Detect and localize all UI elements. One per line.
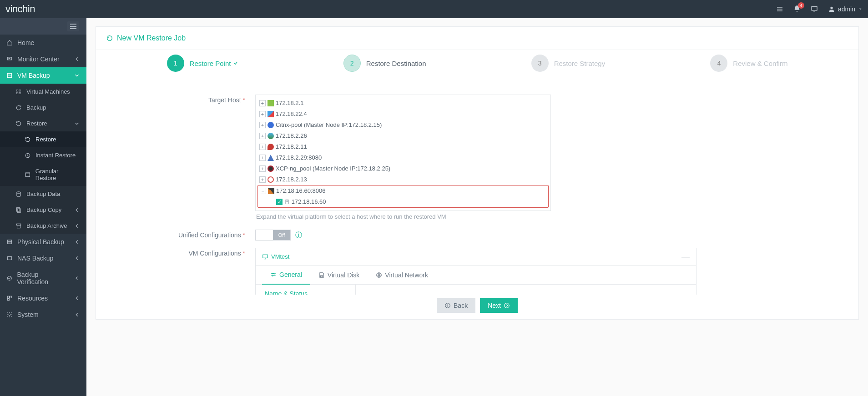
notification-bell[interactable]: 4 (793, 5, 801, 14)
svg-rect-20 (7, 240, 11, 242)
info-icon[interactable]: ⓘ (295, 231, 302, 240)
unified-switch[interactable]: Off (255, 230, 291, 241)
vm-left-nav: Name & Status CPU (256, 285, 356, 295)
tree-node[interactable]: +172.18.2.26 (257, 130, 549, 141)
wizard-card: New VM Restore Job 1 Restore Point 2 Res… (96, 26, 859, 320)
unified-label: Unified Configurations * (110, 230, 255, 241)
sidebar-item-backup-data[interactable]: Backup Data (0, 186, 86, 202)
svg-rect-32 (320, 276, 323, 277)
sidebar-item-vm-backup[interactable]: VM VM Backup (0, 67, 86, 84)
svg-rect-12 (19, 92, 21, 94)
vm-left-name-status[interactable]: Name & Status (256, 285, 355, 295)
checkbox-checked-icon[interactable]: ✓ (276, 199, 283, 205)
tree-node[interactable]: −172.18.16.60:8006 (258, 185, 548, 196)
wizard-footer: Back Next (96, 298, 858, 313)
sidebar-item-home[interactable]: Home (0, 35, 86, 51)
sidebar-item-system[interactable]: System (0, 306, 86, 323)
save-icon (318, 272, 325, 278)
monitor-icon[interactable] (811, 5, 818, 13)
svg-point-35 (505, 303, 510, 308)
svg-rect-19 (17, 225, 20, 228)
sidebar-item-backup[interactable]: Backup (0, 100, 86, 115)
row-vm-conf: VM Configurations * VMtest — (110, 248, 845, 295)
step-2[interactable]: 2 Restore Destination (343, 55, 426, 72)
notif-count: 4 (798, 2, 804, 9)
page-title: New VM Restore Job (96, 27, 858, 50)
vm-conf-label: VM Configurations * (110, 248, 255, 257)
chevron-left-icon (74, 207, 80, 213)
step-4[interactable]: 4 Review & Confirm (710, 55, 787, 72)
target-host-label: Target Host * (110, 95, 255, 222)
sidebar-item-backup-archive[interactable]: Backup Archive (0, 218, 86, 234)
sidebar-item-physical[interactable]: Physical Backup (0, 234, 86, 250)
step-3[interactable]: 3 Restore Strategy (531, 55, 606, 72)
gear-icon (6, 311, 13, 318)
tab-virtual-disk[interactable]: Virtual Disk (310, 266, 368, 284)
wizard-steps: 1 Restore Point 2 Restore Destination 3 … (96, 50, 858, 85)
sidebar-item-backup-copy[interactable]: Backup Copy (0, 202, 86, 218)
svg-point-31 (272, 275, 273, 276)
tree-node[interactable]: +172.18.22.4 (257, 109, 549, 120)
collapse-icon[interactable]: — (681, 252, 690, 261)
card-body: Target Host * +172.18.2.1 +172.18.22.4 +… (96, 85, 858, 295)
svg-point-23 (7, 276, 11, 280)
row-target-host: Target Host * +172.18.2.1 +172.18.22.4 +… (110, 95, 845, 222)
server-icon (6, 239, 13, 245)
tree-node[interactable]: +172.18.2.29:8080 (257, 152, 549, 163)
svg-point-5 (830, 7, 833, 9)
vm-panel: VMtest — General Virtual Disk (255, 248, 696, 295)
vm-icon: VM (6, 72, 13, 79)
grid-icon (15, 89, 22, 95)
home-icon (6, 40, 13, 46)
sidebar-item-monitor[interactable]: Monitor Center (0, 51, 86, 67)
sidebar-item-nas[interactable]: NAS Backup (0, 250, 86, 266)
tab-general[interactable]: General (262, 266, 310, 285)
svg-rect-9 (16, 90, 18, 91)
user-menu[interactable]: admin (828, 5, 863, 13)
sidebar-item-virtual-machines[interactable]: Virtual Machines (0, 84, 86, 100)
sidebar-sub-vm: Virtual Machines Backup Restore Restore … (0, 84, 86, 234)
highlighted-node: −172.18.16.60:8006 ✓ 172.18.16.60 (257, 185, 549, 208)
tree-node[interactable]: +172.18.2.1 (257, 98, 549, 109)
database-icon (15, 191, 22, 197)
step-1[interactable]: 1 Restore Point (167, 55, 238, 72)
chevron-down-icon (74, 120, 80, 127)
svg-rect-21 (7, 242, 11, 244)
sidebar-item-resources[interactable]: Resources (0, 290, 86, 306)
tree-node[interactable]: +172.18.2.13 (257, 174, 549, 185)
tree-help-text: Expand the virtual platform to select a … (255, 211, 551, 222)
tree-node[interactable]: +XCP-ng_pool (Master Node IP:172.18.2.25… (257, 163, 549, 174)
user-icon (828, 5, 835, 13)
sidebar-toggle[interactable] (0, 18, 86, 35)
arrow-left-icon (444, 302, 451, 309)
chevron-left-icon (74, 295, 80, 301)
sidebar-item-restore-sub[interactable]: Restore (0, 131, 86, 147)
svg-rect-16 (17, 209, 20, 212)
restore-icon (106, 35, 113, 42)
chevron-left-icon (74, 275, 80, 281)
nas-icon (6, 255, 13, 261)
chevron-left-icon (74, 56, 80, 62)
speed-icon (25, 152, 31, 159)
topbar: vinchin 4 admin (0, 0, 868, 18)
svg-rect-26 (7, 299, 9, 301)
svg-point-15 (17, 191, 20, 193)
sidebar-item-restore[interactable]: Restore (0, 115, 86, 131)
list-icon[interactable] (776, 5, 783, 13)
tab-virtual-network[interactable]: Virtual Network (368, 266, 436, 284)
sidebar-item-verification[interactable]: Backup Verification (0, 266, 86, 290)
svg-point-34 (445, 303, 450, 308)
tree-node-child[interactable]: ✓ 172.18.16.60 (258, 196, 548, 207)
tree-node[interactable]: +Citrix-pool (Master Node IP:172.18.2.15… (257, 120, 549, 130)
refresh-icon (15, 105, 22, 111)
host-tree[interactable]: +172.18.2.1 +172.18.22.4 +Citrix-pool (M… (255, 95, 551, 211)
tree-node[interactable]: +172.18.2.11 (257, 141, 549, 152)
vm-panel-header[interactable]: VMtest — (256, 248, 696, 266)
check-icon (233, 60, 238, 66)
sidebar-item-granular-restore[interactable]: Granular Restore (0, 163, 86, 186)
back-button[interactable]: Back (437, 298, 475, 313)
svg-rect-1 (777, 9, 782, 9)
sidebar-item-instant-restore[interactable]: Instant Restore (0, 147, 86, 163)
next-button[interactable]: Next (480, 298, 518, 313)
svg-rect-4 (813, 11, 815, 11)
